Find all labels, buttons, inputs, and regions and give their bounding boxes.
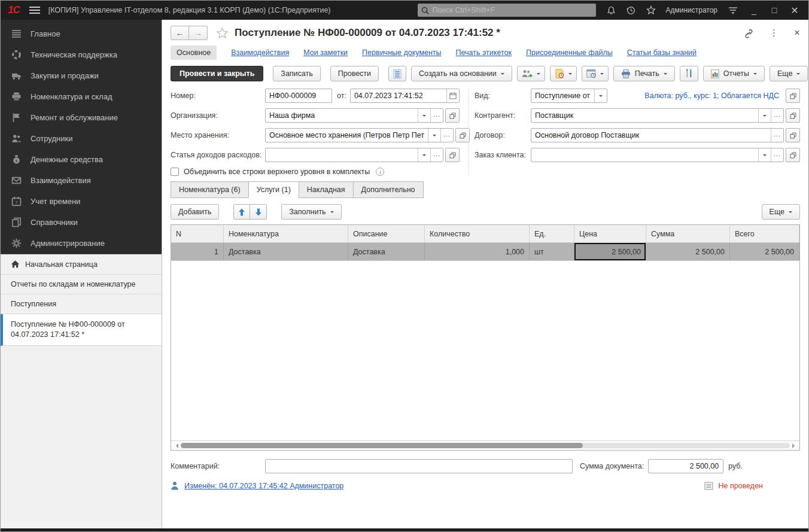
window-item-current-document[interactable]: Поступление № НФ00-000009 от 04.07.2023 …: [1, 314, 162, 346]
sidebar-item-time[interactable]: 7 Учет времени: [1, 191, 162, 212]
open-button[interactable]: [786, 89, 800, 103]
ellipsis-button[interactable]: ...: [440, 129, 453, 142]
move-up-button[interactable]: [233, 204, 250, 220]
ellipsis-button[interactable]: ...: [430, 148, 443, 162]
assign-task-button[interactable]: [517, 66, 545, 81]
global-search[interactable]: [418, 4, 596, 17]
scrollbar-track[interactable]: [181, 443, 790, 448]
cell-price-focused[interactable]: 2 500,00: [574, 243, 646, 260]
favorite-star-icon[interactable]: [216, 27, 229, 39]
reminder-button[interactable]: [550, 66, 577, 81]
dropdown-button[interactable]: [758, 148, 771, 162]
sidebar-item-main[interactable]: Главное: [1, 23, 162, 44]
save-button[interactable]: Записать: [273, 66, 320, 81]
ellipsis-button[interactable]: ...: [771, 129, 783, 142]
combine-rows-checkbox[interactable]: [171, 168, 179, 176]
window-item-postupleniya[interactable]: Поступления: [1, 294, 162, 314]
current-user[interactable]: Администратор: [665, 6, 717, 14]
history-icon[interactable]: [626, 6, 635, 15]
post-and-close-button[interactable]: Провести и закрыть: [171, 66, 263, 81]
comment-input[interactable]: [265, 459, 573, 473]
dropdown-button[interactable]: [594, 89, 607, 102]
table-row[interactable]: 1 Доставка Доставка 1,000 шт 2 500,00 2 …: [171, 243, 799, 261]
tab-osnovnoe[interactable]: Основное: [171, 45, 217, 60]
dropdown-button[interactable]: [418, 148, 430, 162]
open-button[interactable]: [445, 108, 460, 123]
move-down-button[interactable]: [250, 204, 267, 220]
tab-stati-bazy-znaniy[interactable]: Статьи базы знаний: [627, 48, 697, 57]
more-menu-icon[interactable]: ⋮: [770, 28, 778, 38]
total-field[interactable]: 2 500,00: [648, 459, 723, 473]
counterparty-field[interactable]: Поставщик ...: [531, 108, 784, 123]
open-button[interactable]: [445, 148, 460, 162]
reports-button[interactable]: Отчеты: [703, 66, 765, 81]
organization-field[interactable]: Наша фирма ...: [265, 108, 443, 123]
main-menu-icon[interactable]: [29, 5, 40, 16]
sidebar-item-money[interactable]: s Денежные средства: [1, 149, 162, 170]
table-more-button[interactable]: Еще: [762, 204, 800, 220]
fill-button[interactable]: Заполнить: [281, 204, 341, 220]
modified-link[interactable]: Изменён: 04.07.2023 17:45:42 Администрат…: [184, 482, 343, 490]
sidebar-item-purchases[interactable]: Закупки и продажи: [1, 65, 162, 86]
posting-structure-button[interactable]: [388, 66, 406, 81]
dropdown-button[interactable]: [418, 109, 430, 122]
cell-total[interactable]: 2 500,00: [730, 243, 799, 260]
maximize-button[interactable]: □: [770, 5, 778, 15]
sidebar-item-support[interactable]: Техническая поддержка: [1, 44, 162, 65]
copy-link-icon[interactable]: [744, 28, 754, 38]
tab-pechat-etiketok[interactable]: Печать этикеток: [456, 48, 512, 57]
more-actions-button[interactable]: Еще: [770, 66, 808, 81]
favorites-icon[interactable]: [646, 5, 656, 15]
tab-pervichnye-dokumenty[interactable]: Первичные документы: [362, 48, 441, 57]
open-button[interactable]: [455, 128, 470, 142]
notifications-icon[interactable]: [607, 6, 616, 15]
ellipsis-button[interactable]: ...: [430, 109, 443, 122]
back-button[interactable]: ←: [171, 26, 189, 40]
cell-n[interactable]: 1: [171, 243, 224, 260]
add-row-button[interactable]: Добавить: [171, 204, 219, 220]
scrollbar-thumb[interactable]: [181, 443, 583, 448]
kind-field[interactable]: Поступление от: [531, 89, 607, 103]
scroll-right-arrow[interactable]: [792, 443, 797, 448]
sidebar-item-warehouse[interactable]: Номенклатура и склад: [1, 86, 162, 107]
storage-field[interactable]: Основное место хранения (Петров Петр Пет…: [265, 128, 454, 142]
contract-field[interactable]: Основной договор Поставщик ...: [531, 128, 784, 142]
cell-unit[interactable]: шт: [530, 243, 574, 260]
sidebar-item-interactions[interactable]: Взаимодействия: [1, 170, 162, 191]
print-button[interactable]: Печать: [613, 66, 675, 81]
ellipsis-button[interactable]: ...: [771, 148, 783, 162]
tab-vzaimodeystviya[interactable]: Взаимодействия: [231, 48, 289, 57]
open-button[interactable]: [786, 128, 800, 142]
number-field[interactable]: НФ00-000009: [265, 89, 332, 103]
window-item-reports[interactable]: Отчеты по складам и номенклатуре: [1, 275, 162, 294]
cell-quantity[interactable]: 1,000: [425, 243, 530, 260]
horizontal-scrollbar[interactable]: [171, 440, 799, 450]
cell-nomenclature[interactable]: Доставка: [224, 243, 348, 260]
tab-nomenklatura[interactable]: Номенклатура (6): [171, 181, 248, 198]
post-button[interactable]: Провести: [330, 66, 379, 81]
tab-moi-zametki[interactable]: Мои заметки: [303, 48, 348, 57]
close-window-button[interactable]: ✕: [790, 5, 799, 16]
user-menu-icon[interactable]: [728, 6, 738, 14]
sidebar-item-administration[interactable]: Администрирование: [1, 233, 162, 254]
dropdown-button[interactable]: [428, 129, 440, 142]
settings-tools-button[interactable]: [680, 66, 698, 81]
sidebar-item-repair[interactable]: Ремонт и обслуживание: [1, 107, 162, 128]
info-icon[interactable]: i: [376, 168, 384, 176]
sidebar-item-references[interactable]: Справочники: [1, 212, 162, 233]
dropdown-button[interactable]: [758, 109, 771, 122]
sidebar-item-employees[interactable]: Сотрудники: [1, 128, 162, 149]
tab-nakladnaya[interactable]: Накладная: [299, 181, 353, 198]
forward-button[interactable]: →: [189, 26, 208, 40]
ellipsis-button[interactable]: ...: [771, 109, 783, 122]
cell-sum[interactable]: 2 500,00: [646, 243, 730, 260]
currency-info-link[interactable]: Валюта: руб., курс: 1; Облагается НДС: [644, 92, 779, 100]
calendar-button[interactable]: [446, 89, 459, 102]
tab-uslugi[interactable]: Услуги (1): [248, 181, 299, 198]
close-document-button[interactable]: ×: [794, 27, 800, 39]
open-button[interactable]: [786, 148, 800, 162]
schedule-button[interactable]: [582, 66, 609, 81]
scroll-left-arrow[interactable]: [174, 443, 178, 448]
open-button[interactable]: [786, 108, 800, 123]
tab-prisoedinennye-fayly[interactable]: Присоединенные файлы: [526, 48, 613, 57]
